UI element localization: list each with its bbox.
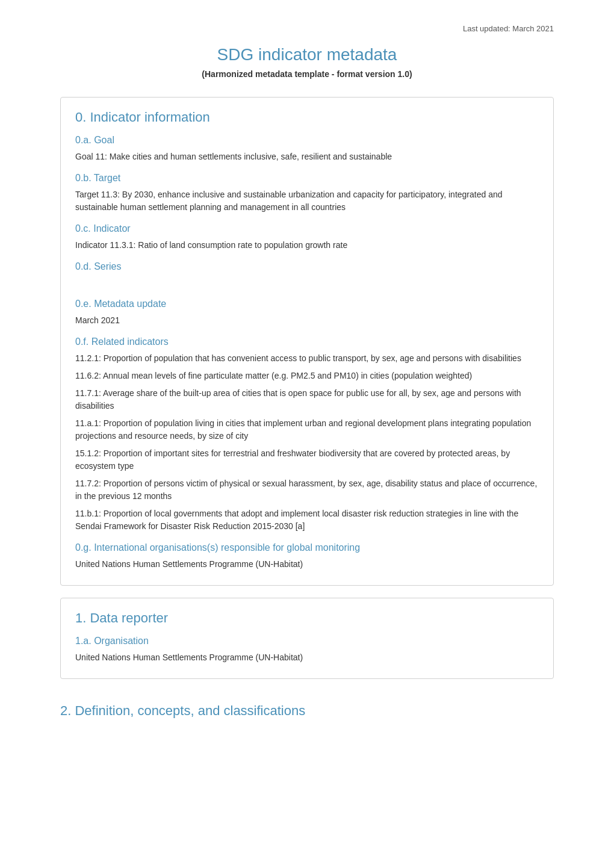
page-subtitle: (Harmonized metadata template - format v… — [60, 69, 554, 79]
section-0-title: 0. Indicator information — [75, 110, 539, 125]
subsection-1a-content: United Nations Human Settlements Program… — [75, 651, 539, 664]
page-title: SDG indicator metadata — [60, 45, 554, 64]
section-1-block: 1. Data reporter 1.a. Organisation Unite… — [60, 598, 554, 679]
subsection-0a-title: 0.a. Goal — [75, 135, 539, 146]
subsection-0c-title: 0.c. Indicator — [75, 223, 539, 234]
last-updated-text: Last updated: March 2021 — [60, 24, 554, 33]
subsection-1a-title: 1.a. Organisation — [75, 636, 539, 646]
section-2-block: 2. Definition, concepts, and classificat… — [60, 703, 554, 719]
related-indicator-item: 11.a.1: Proportion of population living … — [75, 417, 539, 442]
related-indicator-item: 15.1.2: Proportion of important sites fo… — [75, 447, 539, 473]
related-indicator-item: 11.7.2: Proportion of persons victim of … — [75, 477, 539, 503]
section-1-title: 1. Data reporter — [75, 610, 539, 626]
subsection-0b-content: Target 11.3: By 2030, enhance inclusive … — [75, 188, 539, 214]
related-indicators-list: 11.2.1: Proportion of population that ha… — [75, 352, 539, 533]
subsection-0e-content: March 2021 — [75, 314, 539, 327]
related-indicator-item: 11.6.2: Annual mean levels of fine parti… — [75, 370, 539, 382]
section-0-block: 0. Indicator information 0.a. Goal Goal … — [60, 97, 554, 586]
subsection-0g-title: 0.g. International organisations(s) resp… — [75, 542, 539, 553]
related-indicator-item: 11.2.1: Proportion of population that ha… — [75, 352, 539, 365]
subsection-0d-title: 0.d. Series — [75, 261, 539, 272]
subsection-0e-title: 0.e. Metadata update — [75, 299, 539, 309]
subsection-0a-content: Goal 11: Make cities and human settlemen… — [75, 150, 539, 163]
related-indicator-item: 11.b.1: Proportion of local governments … — [75, 507, 539, 533]
section-2-title: 2. Definition, concepts, and classificat… — [60, 703, 554, 719]
subsection-0b-title: 0.b. Target — [75, 173, 539, 184]
subsection-0g-content: United Nations Human Settlements Program… — [75, 558, 539, 571]
subsection-0c-content: Indicator 11.3.1: Ratio of land consumpt… — [75, 239, 539, 252]
subsection-0f-title: 0.f. Related indicators — [75, 336, 539, 347]
related-indicator-item: 11.7.1: Average share of the built-up ar… — [75, 387, 539, 412]
